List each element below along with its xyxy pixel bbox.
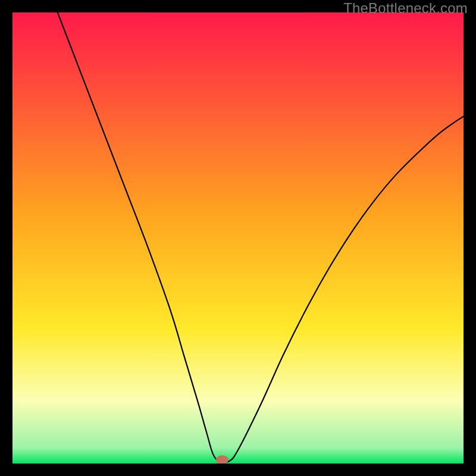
chart-frame (8, 8, 468, 468)
chart-background (12, 12, 464, 464)
watermark-text: TheBottleneck.com (343, 0, 468, 17)
bottleneck-chart (12, 12, 464, 464)
